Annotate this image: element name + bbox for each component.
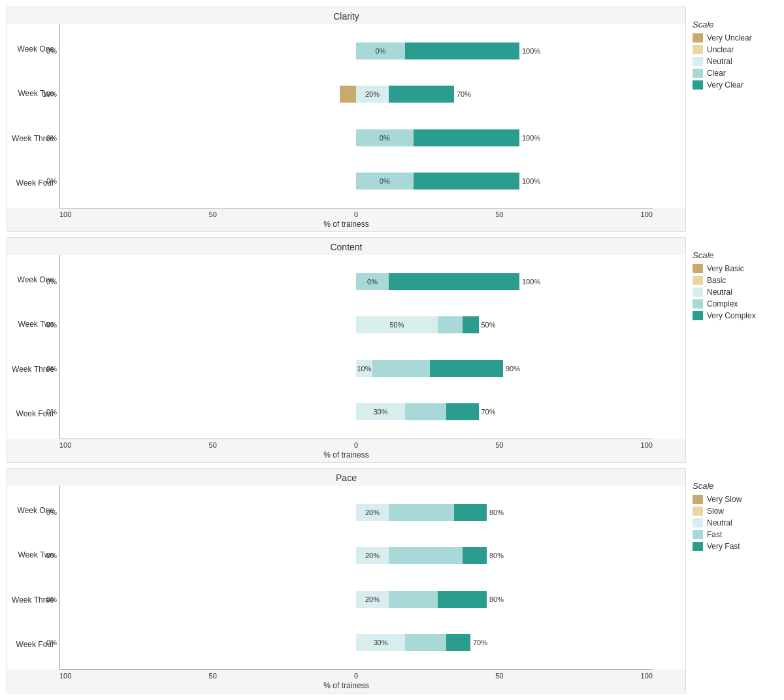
legend-item: Clear	[693, 69, 771, 78]
legend-item: Unclear	[693, 45, 771, 54]
legend-color-swatch	[693, 507, 703, 516]
bars-container: 0%0%100%	[59, 129, 653, 146]
legend-color-swatch	[693, 33, 703, 42]
legend-color-swatch	[693, 288, 703, 297]
bar-row: 30%0%70%	[59, 632, 653, 653]
x-tick: 100	[59, 210, 71, 218]
legend-item-label: Very Fast	[707, 542, 740, 551]
bar-row: 10%0%90%	[59, 358, 653, 379]
x-tick: 50	[209, 210, 217, 218]
x-tick: 100	[641, 441, 653, 449]
legend-item-label: Fast	[707, 530, 722, 539]
page: ClarityWeek OneWeek TwoWeek ThreeWeek Fo…	[0, 0, 784, 700]
bar-segment-right	[438, 591, 487, 608]
bar-segment-right: 10%	[356, 360, 372, 377]
legend-item-label: Very Basic	[707, 264, 744, 273]
bar-right-label: 50%	[482, 321, 496, 329]
legend-title: Scale	[693, 481, 771, 491]
bar-segment-right	[446, 634, 471, 651]
bar-segment-right: 0%	[356, 42, 405, 59]
legend-item: Very Clear	[693, 80, 771, 90]
bar-row: 20%10%70%	[59, 84, 653, 105]
bar-row: 0%0%100%	[59, 171, 653, 192]
x-tick: 0	[354, 672, 358, 680]
bars-container: 20%0%80%	[59, 591, 653, 608]
x-tick: 0	[354, 441, 358, 449]
bar-right-label: 100%	[522, 134, 540, 142]
bar-segment-right: 0%	[356, 173, 414, 190]
chart-title-pace: Pace	[7, 469, 685, 486]
bar-left-label: 0%	[46, 47, 57, 55]
bar-segment-right	[454, 504, 487, 521]
bar-row: 0%0%100%	[59, 41, 653, 61]
legend-item: Neutral	[693, 518, 771, 527]
bars-container: 0%0%100%	[59, 42, 653, 59]
plot-area-clarity: 0%0%100%20%10%70%0%0%100%0%0%100%	[59, 24, 685, 208]
legend-content: ScaleVery BasicBasicNeutralComplexVery C…	[686, 237, 777, 463]
bar-segment-right: 50%	[356, 316, 438, 333]
chart-container-content: ContentWeek OneWeek TwoWeek ThreeWeek Fo…	[7, 237, 686, 463]
bar-segment-right	[405, 42, 519, 59]
plot-area-content: 0%0%100%50%0%50%10%0%90%30%0%70%	[59, 255, 685, 439]
bar-segment-right: 0%	[356, 129, 414, 146]
legend-item: Very Complex	[693, 311, 771, 320]
chart-title-content: Content	[7, 238, 685, 255]
bar-segment-right	[405, 403, 446, 420]
bar-segment-right: 20%	[356, 86, 389, 103]
bar-left-label: 0%	[46, 508, 57, 516]
bar-right-label: 100%	[522, 47, 540, 55]
bar-segment-right	[389, 504, 454, 521]
legend-item-label: Neutral	[707, 288, 732, 297]
right-bars: 20%	[356, 504, 487, 521]
chart-title-clarity: Clarity	[7, 7, 685, 24]
legend-color-swatch	[693, 542, 703, 551]
chart-section-clarity: ClarityWeek OneWeek TwoWeek ThreeWeek Fo…	[7, 7, 777, 232]
bar-right-label: 80%	[489, 595, 504, 603]
bar-segment-right: 20%	[356, 591, 389, 608]
right-bars: 20%	[356, 547, 487, 564]
legend-title: Scale	[693, 250, 771, 260]
legend-item: Basic	[693, 276, 771, 285]
right-bars: 50%	[356, 316, 479, 333]
bars-container: 30%0%70%	[59, 403, 653, 420]
bar-left-label: 0%	[46, 321, 57, 329]
bars-container: 10%0%90%	[59, 360, 653, 377]
legend-pace: ScaleVery SlowSlowNeutralFastVery Fast	[686, 468, 777, 693]
legend-color-swatch	[693, 530, 703, 539]
right-bars: 0%	[356, 129, 519, 146]
bar-left-label: 0%	[46, 365, 57, 373]
x-axis-label-clarity: % of trainess	[7, 218, 685, 231]
right-bars: 30%	[356, 403, 479, 420]
bar-segment-right	[389, 86, 454, 103]
bar-right-label: 80%	[489, 508, 504, 516]
x-axis-clarity: 10050050100	[7, 208, 685, 218]
x-tick: 50	[209, 672, 217, 680]
legend-item-label: Clear	[707, 69, 726, 78]
bars-container: 20%0%80%	[59, 547, 653, 564]
bar-row: 20%0%80%	[59, 502, 653, 523]
legend-color-swatch	[693, 69, 703, 78]
bars-container: 0%0%100%	[59, 273, 653, 290]
right-bars: 10%	[356, 360, 503, 377]
legend-color-swatch	[693, 495, 703, 504]
bars-container: 0%0%100%	[59, 173, 653, 190]
chart-container-pace: PaceWeek OneWeek TwoWeek ThreeWeek Four2…	[7, 468, 686, 693]
legend-item-label: Complex	[707, 299, 738, 308]
chart-section-pace: PaceWeek OneWeek TwoWeek ThreeWeek Four2…	[7, 468, 777, 693]
chart-section-content: ContentWeek OneWeek TwoWeek ThreeWeek Fo…	[7, 237, 777, 463]
right-bars: 0%	[356, 42, 519, 59]
legend-item-label: Very Complex	[707, 311, 756, 320]
legend-item: Fast	[693, 530, 771, 539]
legend-item: Slow	[693, 507, 771, 516]
bar-segment-right	[389, 273, 519, 290]
bar-row: 20%0%80%	[59, 545, 653, 566]
bar-segment-right	[438, 316, 463, 333]
bar-left-label: 0%	[46, 595, 57, 603]
bar-right-label: 90%	[506, 365, 520, 373]
plot-area-pace: 20%0%80%20%0%80%20%0%80%30%0%70%	[59, 486, 685, 669]
legend-item-label: Very Unclear	[707, 33, 752, 42]
legend-item: Very Slow	[693, 495, 771, 504]
bar-left-label: 0%	[46, 408, 57, 416]
legend-color-swatch	[693, 80, 703, 90]
legend-color-swatch	[693, 311, 703, 320]
